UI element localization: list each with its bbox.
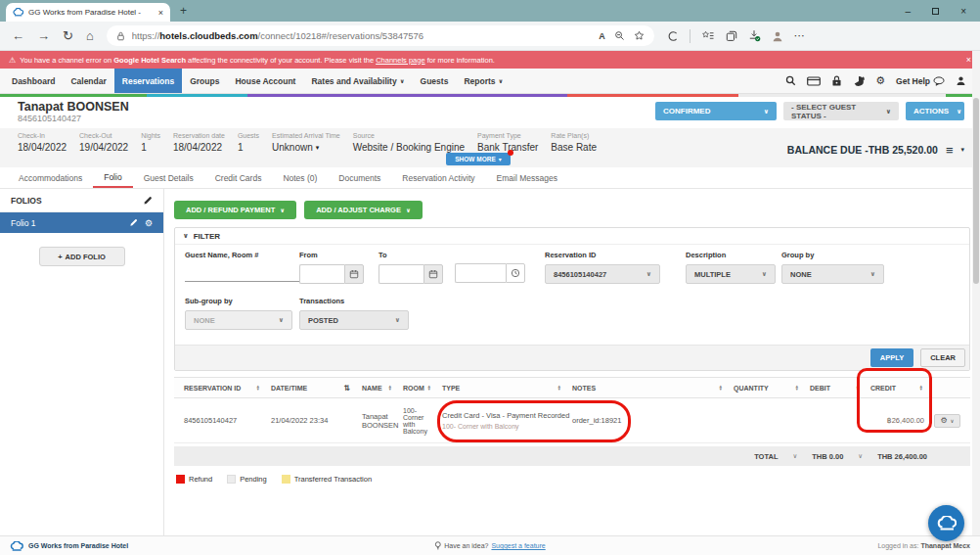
sort-icon[interactable]: ▴▾ — [919, 385, 922, 391]
header-reservation-id[interactable]: RESERVATION ID▴▾ — [184, 378, 271, 397]
browser-tab[interactable]: GG Works from Paradise Hotel - × — [6, 3, 170, 22]
apply-button[interactable]: APPLY — [870, 348, 913, 367]
to-date-input[interactable] — [379, 264, 423, 284]
sort-active-icon[interactable]: ⇅ — [343, 384, 350, 393]
browser-menu-icon[interactable]: ⋯ — [794, 29, 806, 42]
read-aloud-icon[interactable]: A — [599, 31, 605, 41]
reservation-id-select[interactable]: 8456105140427 ∨ — [545, 264, 660, 284]
header-debit[interactable]: DEBIT▴▾ — [810, 378, 870, 397]
tab-accommodations[interactable]: Accommodations — [8, 167, 93, 188]
nav-item-rates-availability[interactable]: Rates and Availability∨ — [303, 69, 412, 93]
add-favorite-star-icon[interactable] — [634, 30, 645, 41]
group-by-select[interactable]: NONE ∨ — [781, 264, 884, 284]
address-bar[interactable]: https://hotels.cloudbeds.com/connect/102… — [107, 25, 654, 46]
clock-icon[interactable] — [506, 263, 525, 283]
footer-brand: GG Works from Paradise Hotel — [10, 541, 128, 551]
tab-close-icon[interactable]: × — [158, 8, 163, 18]
description-select[interactable]: MULTIPLE ∨ — [686, 264, 776, 284]
folio-gear-icon[interactable]: ⚙ — [145, 218, 153, 228]
row-gear-button[interactable]: ⚙ ∨ — [934, 414, 960, 428]
pos-lock-icon[interactable] — [831, 75, 842, 87]
chat-widget-button[interactable] — [928, 505, 964, 541]
sort-icon[interactable]: ▴▾ — [557, 385, 560, 391]
chevron-down-icon[interactable]: ▾ — [960, 146, 964, 154]
header-quantity[interactable]: QUANTITY▴▾ — [734, 378, 810, 397]
settings-gear-icon[interactable]: ⚙ — [875, 74, 885, 87]
collections-icon[interactable] — [726, 30, 737, 42]
nav-item-dashboard[interactable]: Dashboard — [4, 69, 63, 93]
add-adjust-charge-button[interactable]: ADD / ADJUST CHARGE ∨ — [304, 201, 423, 219]
nav-item-house-account[interactable]: House Account — [227, 69, 303, 93]
arrival-time-dropdown[interactable]: Unknown▾ — [272, 142, 340, 153]
home-icon[interactable]: ⌂ — [86, 28, 94, 43]
time-input[interactable] — [455, 263, 506, 283]
tab-notes[interactable]: Notes (0) — [272, 167, 328, 188]
payments-card-icon[interactable] — [807, 76, 821, 86]
subgroup-select[interactable]: NONE ∨ — [185, 310, 292, 330]
downloads-icon[interactable] — [748, 29, 761, 42]
sort-icon[interactable]: ▴▾ — [256, 385, 259, 391]
reports-pie-icon[interactable] — [853, 75, 865, 87]
transactions-select[interactable]: POSTED ∨ — [299, 310, 409, 330]
header-name[interactable]: NAME▴▾ — [362, 378, 403, 397]
profile-avatar[interactable] — [772, 30, 783, 42]
header-notes[interactable]: NOTES▴▾ — [572, 378, 734, 397]
tab-documents[interactable]: Documents — [328, 167, 391, 188]
suggest-feature-link[interactable]: Suggest a feature — [491, 542, 545, 549]
chevron-down-icon[interactable]: ∨ — [792, 452, 797, 460]
forward-icon[interactable]: → — [37, 28, 50, 43]
tab-guest-details[interactable]: Guest Details — [133, 167, 204, 188]
nav-item-groups[interactable]: Groups — [182, 69, 227, 93]
filter-header[interactable]: ∨ FILTER — [175, 228, 969, 245]
folio-list-item[interactable]: Folio 1 ⚙ — [0, 212, 163, 233]
sort-icon[interactable]: ▴▾ — [719, 385, 722, 391]
tab-reservation-activity[interactable]: Reservation Activity — [391, 167, 485, 188]
maximize-button[interactable] — [932, 8, 939, 15]
zoom-out-icon[interactable] — [614, 30, 625, 41]
back-icon[interactable]: ← — [12, 28, 24, 43]
guest-status-dropdown[interactable]: - SELECT GUEST STATUS - ∨ — [783, 102, 899, 120]
header-type[interactable]: TYPE▴▾ — [442, 378, 572, 397]
header-datetime[interactable]: DATE/TIME⇅ — [271, 378, 362, 397]
browser-essentials-icon[interactable] — [667, 30, 679, 42]
actions-button[interactable]: ACTIONS ∨ — [906, 102, 964, 120]
favorites-icon[interactable] — [701, 30, 715, 41]
sort-icon[interactable]: ▴▾ — [388, 385, 391, 391]
from-date-input[interactable] — [299, 264, 344, 284]
tab-credit-cards[interactable]: Credit Cards — [204, 167, 273, 188]
nav-item-reservations[interactable]: Reservations — [114, 69, 182, 93]
window-close-button[interactable]: × — [960, 6, 966, 17]
header-room[interactable]: ROOM▴▾ — [403, 378, 442, 397]
add-refund-payment-button[interactable]: ADD / REFUND PAYMENT ∨ — [174, 201, 296, 219]
sort-icon[interactable]: ▴▾ — [856, 385, 859, 391]
refresh-icon[interactable]: ↻ — [63, 28, 73, 43]
reservation-status-dropdown[interactable]: CONFIRMED ∨ — [655, 102, 777, 120]
calendar-icon[interactable] — [423, 264, 443, 284]
nav-item-reports[interactable]: Reports∨ — [456, 69, 511, 93]
minimize-button[interactable]: – — [906, 6, 912, 17]
edit-pencil-icon[interactable] — [143, 196, 153, 206]
tab-email-messages[interactable]: Email Messages — [486, 167, 568, 188]
nav-item-guests[interactable]: Guests — [413, 69, 457, 93]
user-icon[interactable] — [956, 75, 966, 86]
banner-close-icon[interactable]: × — [966, 55, 971, 65]
show-more-button[interactable]: SHOW MORE ▾ — [446, 153, 511, 165]
new-tab-button[interactable]: + — [180, 4, 187, 18]
page-scrollbar[interactable] — [972, 51, 980, 535]
get-help-button[interactable]: Get Help — [896, 76, 945, 86]
channels-page-link[interactable]: Channels page — [376, 56, 424, 65]
clear-button[interactable]: CLEAR — [920, 348, 965, 367]
scrollbar-thumb[interactable] — [973, 98, 979, 284]
edit-pencil-icon[interactable] — [129, 218, 138, 227]
balance-menu-icon[interactable]: ≡ — [946, 143, 954, 158]
header-credit[interactable]: CREDIT▴▾ — [870, 378, 934, 397]
sort-icon[interactable]: ▴▾ — [795, 385, 798, 391]
add-folio-button[interactable]: + ADD FOLIO — [39, 247, 125, 266]
chevron-down-icon[interactable]: ∨ — [858, 452, 863, 460]
nav-item-calendar[interactable]: Calendar — [63, 69, 113, 93]
sort-icon[interactable]: ▴▾ — [427, 385, 430, 391]
tab-folio[interactable]: Folio — [93, 167, 132, 188]
transaction-type-room: 100- Corner with Balcony — [442, 423, 566, 430]
calendar-icon[interactable] — [344, 264, 364, 284]
search-icon[interactable] — [785, 75, 796, 86]
